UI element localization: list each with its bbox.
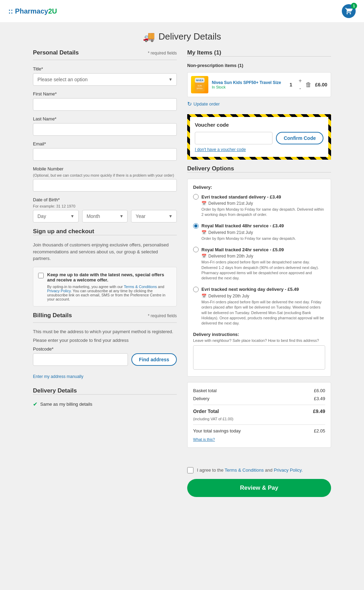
order-total-label: Order Total: [193, 408, 219, 414]
delivery-options-wrapper: Delivery Options Delivery: Evri tracked …: [187, 165, 331, 377]
dob-group: Date of Birth* For example: 31 12 1970 D…: [33, 197, 177, 222]
delivery-option-royal-mail-48-header: Royal Mail tracked 48hr service - £3.49: [193, 223, 325, 229]
item-name: Nivea Sun Kids SPF50+ Travel Size: [212, 80, 283, 85]
qty-decrease-button[interactable]: -: [296, 85, 304, 92]
signup-section: Sign up and checkout Join thousands of c…: [33, 228, 177, 306]
billing-title: Billing Details: [33, 312, 72, 319]
mobile-group: Mobile Number (Optional, but we can cont…: [33, 166, 177, 192]
delivery-radio-royal-mail-48[interactable]: [193, 223, 199, 229]
section-divider: [33, 60, 177, 60]
marketing-checkbox-row: Keep me up to date with the latest news,…: [38, 272, 172, 301]
last-name-label: Last Name*: [33, 116, 177, 121]
item-stock: In Stock: [212, 85, 283, 89]
billing-divider: [33, 322, 177, 323]
last-name-input[interactable]: [33, 123, 177, 136]
first-name-group: First Name*: [33, 91, 177, 111]
bottom-section: I agree to the Terms & Conditions and Pr…: [26, 467, 338, 511]
delivery-radio-evri-standard[interactable]: [193, 194, 199, 200]
first-name-input[interactable]: [33, 98, 177, 111]
non-prescription-title: Non-prescription items (1): [187, 63, 331, 68]
title-select[interactable]: Please select an option Mr Mrs Miss Ms D…: [33, 73, 177, 86]
title-select-wrapper: Please select an option Mr Mrs Miss Ms D…: [33, 73, 177, 86]
summary-divider: [193, 405, 325, 405]
calendar-icon-4: 📅: [201, 294, 207, 298]
cart-button[interactable]: 1: [342, 4, 356, 18]
vat-note: (including VAT of £1.00): [193, 417, 325, 421]
mobile-hint: (Optional, but we can contact you more q…: [33, 173, 177, 177]
required-note: * required fields: [148, 51, 177, 56]
marketing-checkbox-section: Keep me up to date with the latest news,…: [33, 267, 177, 306]
savings-row: Your total savings today £2.05: [193, 428, 325, 433]
delivery-details-section: Delivery Details ✔ Same as my billing de…: [33, 387, 177, 407]
basket-total-label: Basket total: [193, 388, 217, 393]
savings-value: £2.05: [314, 428, 325, 433]
billing-postcode-prompt: Please enter your postcode to find your …: [33, 338, 177, 343]
delivery-value: £3.49: [314, 396, 325, 401]
dob-day-wrapper: Day ▼: [33, 210, 79, 222]
delivery-option-evri-standard-header: Evri tracked standard delivery - £3.49: [193, 194, 325, 200]
last-name-group: Last Name*: [33, 116, 177, 136]
billing-required-note: * required fields: [148, 313, 177, 318]
delivery-option-royal-mail-48: Royal Mail tracked 48hr service - £3.49 …: [193, 223, 325, 241]
no-voucher-link[interactable]: I don't have a voucher code: [195, 147, 246, 152]
dob-year-wrapper: Year ▼: [131, 210, 177, 222]
what-is-this-link[interactable]: What is this?: [193, 437, 215, 441]
left-column: Personal Details * required fields Title…: [33, 49, 177, 453]
page-title: 🚚 Delivery Details: [0, 23, 364, 49]
dob-row: Day ▼ Month ▼ Year ▼: [33, 210, 177, 222]
mobile-label: Mobile Number: [33, 166, 177, 171]
delivery-option-evri-next-day-label: Evri tracked next working day delivery -…: [201, 287, 299, 292]
delivery-subtitle: Delivery:: [193, 185, 325, 190]
right-column: My Items (1) Non-prescription items (1) …: [187, 49, 331, 453]
qty-buttons: + -: [296, 77, 304, 92]
privacy-link-signup[interactable]: Privacy Policy: [47, 289, 71, 293]
dob-month-select[interactable]: Month: [82, 210, 128, 222]
dob-month-wrapper: Month ▼: [82, 210, 128, 222]
svg-text:SUN: SUN: [198, 85, 202, 87]
dob-year-select[interactable]: Year: [131, 210, 177, 222]
delivery-option-royal-mail-24-label: Royal Mail tracked 24hr service - £5.09: [201, 247, 284, 252]
delivery-instructions-title: Delivery instructions:: [193, 332, 325, 337]
qty-increase-button[interactable]: +: [296, 77, 304, 85]
find-address-button[interactable]: Find address: [131, 353, 177, 366]
delivery-option-royal-mail-24-header: Royal Mail tracked 24hr service - £5.09: [193, 247, 325, 252]
delivery-option-royal-mail-24-date: 📅 Delivered from 20th July: [201, 254, 325, 259]
update-order-link[interactable]: ↻ Update order: [187, 101, 331, 107]
confirm-code-button[interactable]: Confirm Code: [276, 132, 323, 144]
first-name-label: First Name*: [33, 91, 177, 96]
delivery-option-royal-mail-48-label: Royal Mail tracked 48hr service - £3.49: [201, 223, 284, 228]
marketing-label-container: Keep me up to date with the latest news,…: [47, 272, 172, 301]
dob-day-select[interactable]: Day: [33, 210, 79, 222]
delete-item-button[interactable]: 🗑: [305, 81, 312, 88]
delivery-radio-royal-mail-24[interactable]: [193, 247, 199, 252]
signup-desc: Join thousands of customers enjoying exc…: [33, 242, 177, 262]
postcode-input[interactable]: [33, 353, 128, 366]
logo: :: Pharmacy2U: [8, 7, 57, 15]
delivery-option-evri-next-day-desc: Mon-Fri orders placed before 8pm will be…: [201, 300, 325, 326]
delivery-instructions-textarea[interactable]: [193, 345, 325, 370]
cart-icon: [345, 7, 353, 15]
cart-badge: 1: [351, 3, 357, 9]
delivery-options-divider: [187, 172, 331, 172]
terms-link-signup[interactable]: Terms & Conditions: [124, 285, 157, 289]
delivery-radio-evri-next-day[interactable]: [193, 287, 199, 292]
basket-total-value: £6.00: [314, 388, 325, 393]
terms-conditions-link[interactable]: Terms & Conditions: [225, 467, 264, 473]
footer-right: I agree to the Terms & Conditions and Pr…: [182, 467, 331, 497]
marketing-checkbox[interactable]: [38, 273, 44, 278]
logo-dots: ::: [8, 7, 13, 15]
enter-manually-link[interactable]: Enter my address manually: [33, 374, 83, 379]
privacy-policy-link[interactable]: Privacy Policy.: [274, 467, 303, 473]
my-items-divider: [187, 56, 331, 57]
delivery-option-evri-standard-date: 📅 Delivered from 21st July: [201, 201, 325, 206]
email-input[interactable]: [33, 148, 177, 161]
delivery-option-evri-standard-label: Evri tracked standard delivery - £3.49: [201, 194, 281, 200]
postcode-row: Find address: [33, 353, 177, 366]
voucher-input[interactable]: [195, 132, 272, 144]
mobile-input[interactable]: [33, 179, 177, 192]
delivery-option-royal-mail-24-desc: Mon-Fri orders placed before 8pm will be…: [201, 260, 325, 281]
postcode-label: Postcode*: [33, 346, 177, 352]
terms-checkbox[interactable]: [187, 467, 193, 473]
review-pay-button[interactable]: Review & Pay: [187, 479, 331, 497]
marketing-label-main: Keep me up to date with the latest news,…: [47, 272, 172, 283]
